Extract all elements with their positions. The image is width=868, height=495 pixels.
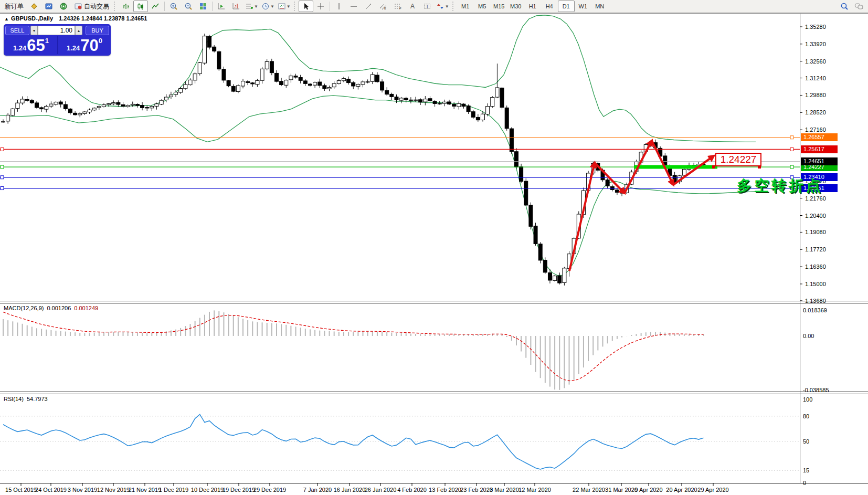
templates-button[interactable]: ▼ — [276, 1, 292, 12]
toolbar-separator — [212, 2, 213, 11]
timeframe-m30-button[interactable]: M30 — [507, 1, 524, 12]
volume-input[interactable]: 1.00 — [38, 26, 75, 35]
candle-body — [375, 75, 379, 82]
candle-body — [274, 73, 278, 81]
toolbar-grip — [294, 2, 297, 11]
candle-body — [236, 86, 240, 91]
timeframe-m5-button[interactable]: M5 — [474, 1, 491, 12]
macd-signal-value: 0.001249 — [74, 305, 98, 311]
candle-body — [395, 97, 398, 100]
chat-icon[interactable] — [852, 1, 866, 12]
new-order-button[interactable]: 新订单 — [2, 1, 27, 12]
zigzag-arrow[interactable] — [673, 156, 714, 185]
auto-scroll-button[interactable] — [214, 1, 229, 12]
buy-price-big: 70 — [80, 38, 98, 54]
candle-body — [73, 113, 77, 114]
dropdown-arrow-icon: ▼ — [445, 4, 449, 9]
sell-price-sup: 1 — [45, 37, 49, 45]
candle-body — [553, 276, 557, 281]
buy-price[interactable]: 1.24700 — [59, 36, 110, 55]
sell-button[interactable]: SELL — [5, 26, 29, 35]
rsi-value: 54.7973 — [27, 396, 48, 402]
cursor-tool-button[interactable] — [299, 1, 313, 12]
annotation-text[interactable]: 多空转折点 — [737, 178, 823, 194]
callout-anchor-handle[interactable] — [758, 165, 761, 168]
candle-body — [289, 76, 293, 80]
metaquotes-icon[interactable] — [27, 1, 41, 12]
arrows-tool-button[interactable]: ▼ — [435, 1, 451, 12]
timeframe-h1-button[interactable]: H1 — [524, 1, 541, 12]
rsi-panel[interactable] — [0, 414, 800, 470]
line-anchor-handle[interactable] — [1, 148, 4, 151]
zigzag-arrow[interactable] — [569, 163, 595, 271]
line-anchor-handle[interactable] — [1, 165, 4, 168]
horizontal-line-tool-button[interactable] — [346, 1, 361, 12]
market-watch-icon[interactable] — [41, 1, 56, 12]
callout-anchor-handle[interactable] — [712, 165, 715, 168]
candle-body — [54, 102, 58, 104]
candle-body — [500, 88, 504, 107]
candle-body — [193, 74, 197, 80]
line-anchor-handle[interactable] — [1, 187, 4, 190]
collapse-panel-icon[interactable]: ▲ — [4, 16, 9, 22]
trendline-tool-button[interactable] — [361, 1, 376, 12]
zoom-out-button[interactable] — [181, 1, 196, 12]
channel-tool-button[interactable]: E — [376, 1, 390, 12]
vertical-line-tool-button[interactable] — [332, 1, 346, 12]
candle-body — [174, 92, 178, 94]
volume-increase-button[interactable]: ▲ — [75, 26, 82, 35]
macd-panel[interactable] — [3, 310, 703, 390]
candle-body — [313, 82, 317, 85]
line-anchor-handle[interactable] — [790, 148, 793, 151]
candle-body — [49, 104, 53, 106]
indicators-button[interactable]: ▼ — [244, 1, 260, 12]
label-tool-button[interactable]: T — [420, 1, 435, 12]
autotrading-icon — [74, 2, 82, 10]
bollinger-lower-band — [0, 96, 762, 275]
timeframe-w1-button[interactable]: W1 — [575, 1, 591, 12]
bar-chart-button[interactable] — [119, 1, 133, 12]
timeframe-h4-button[interactable]: H4 — [541, 1, 558, 12]
candle-body — [615, 190, 619, 193]
volume-decrease-button[interactable]: ▼ — [30, 26, 38, 35]
toolbar-grip — [114, 2, 117, 11]
buy-button[interactable]: BUY — [86, 26, 109, 35]
line-chart-button[interactable] — [148, 1, 163, 12]
candle-body — [491, 97, 494, 106]
line-anchor-handle[interactable] — [1, 176, 4, 179]
chart-shift-button[interactable] — [229, 1, 244, 12]
candle-body — [184, 85, 187, 89]
trend-segment[interactable] — [634, 165, 717, 169]
crosshair-tool-button[interactable] — [313, 1, 328, 12]
candle-body — [231, 86, 235, 91]
sell-price[interactable]: 1.24651 — [6, 36, 56, 55]
timeframe-m1-button[interactable]: M1 — [457, 1, 474, 12]
autotrading-button[interactable]: 自动交易 — [71, 1, 112, 12]
candle-body — [40, 108, 44, 109]
search-icon[interactable] — [837, 1, 852, 12]
timeframe-m15-button[interactable]: M15 — [491, 1, 507, 12]
timeframe-d1-button[interactable]: D1 — [558, 1, 575, 12]
candle-body — [145, 108, 149, 108]
line-anchor-handle[interactable] — [790, 136, 793, 139]
periods-button[interactable]: ▼ — [260, 1, 276, 12]
candle-body — [467, 106, 470, 112]
line-anchor-handle[interactable] — [790, 165, 793, 168]
zoom-in-button[interactable] — [166, 1, 181, 12]
price-callout-label[interactable]: 1.24227 — [715, 153, 761, 166]
fibonacci-tool-button[interactable]: F — [390, 1, 405, 12]
main-chart-panel[interactable] — [0, 15, 800, 286]
chart-canvas[interactable] — [0, 0, 868, 495]
timeframe-mn-button[interactable]: MN — [591, 1, 608, 12]
candle-body — [203, 36, 206, 63]
signal-icon[interactable] — [56, 1, 71, 12]
text-tool-button[interactable]: A — [405, 1, 420, 12]
zigzag-arrow[interactable] — [595, 163, 624, 193]
candle-body — [534, 226, 537, 244]
tile-windows-button[interactable] — [196, 1, 210, 12]
candlestick-chart-button[interactable] — [133, 1, 148, 12]
candle-body — [102, 105, 105, 107]
candle-body — [352, 82, 355, 86]
candle-body — [471, 112, 475, 118]
zigzag-arrow[interactable] — [652, 141, 673, 185]
